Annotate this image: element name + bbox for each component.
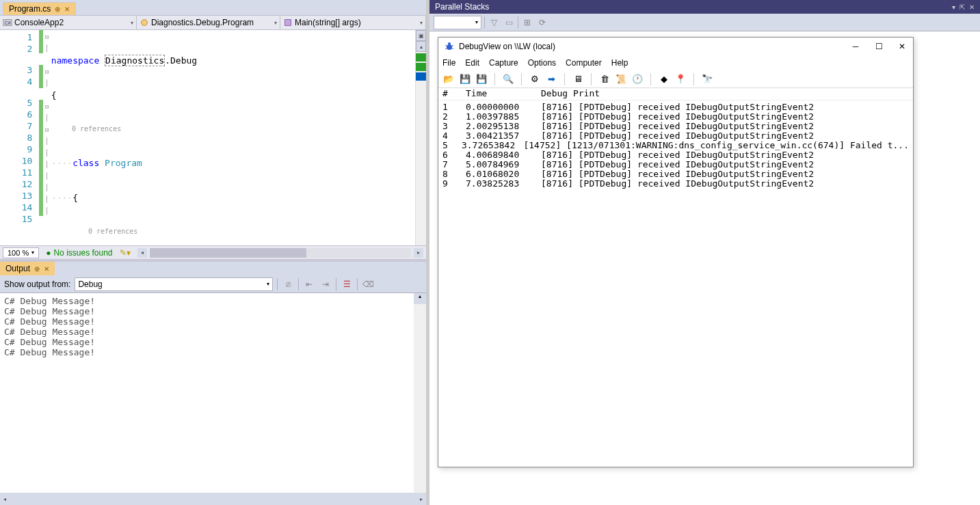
indent-icon[interactable]: ⇤ xyxy=(303,278,315,290)
code-editor[interactable]: 1 2 3 4 5 6 7 8 9 10 11 12 13 14 15 xyxy=(0,30,426,245)
chevron-down-icon: ▾ xyxy=(267,281,269,287)
toggle-wrap-icon[interactable]: ☰ xyxy=(341,278,353,290)
log-row[interactable]: 10.00000000[8716] [PDTDebug] received ID… xyxy=(442,102,909,111)
zoom-selector[interactable]: 100 % ▾ xyxy=(3,247,39,258)
method-icon xyxy=(283,18,293,27)
lightbulb-icon[interactable]: ✎▾ xyxy=(120,248,131,258)
search-icon[interactable]: 🔍 xyxy=(502,73,514,85)
csharp-project-icon: C# xyxy=(3,18,12,27)
menu-computer[interactable]: Computer xyxy=(566,58,602,68)
code-content[interactable]: namespace Diagnostics.Debug { 0 referenc… xyxy=(51,30,415,245)
toggle-method-icon[interactable]: ▭ xyxy=(503,16,515,29)
col-header-print[interactable]: Debug Print xyxy=(541,88,909,100)
highlight-icon[interactable]: 📍 xyxy=(674,73,687,85)
menu-file[interactable]: File xyxy=(442,58,455,68)
debugview-title-text: DebugView on \\LW (local) xyxy=(459,42,555,51)
editor-tab-bar: Program.cs ⊕ ✕ xyxy=(0,0,426,15)
pin-icon[interactable]: ⇱ xyxy=(959,3,965,11)
log-row[interactable]: 43.00421357[8716] [PDTDebug] received ID… xyxy=(442,131,909,140)
split-button[interactable]: ▣ xyxy=(416,30,426,41)
output-from-label: Show output from: xyxy=(4,279,70,289)
chevron-down-icon: ▾ xyxy=(475,19,478,25)
parallel-stacks-title: Parallel Stacks ▾ ⇱ ✕ xyxy=(429,0,980,14)
svg-rect-3 xyxy=(285,20,291,26)
log-row[interactable]: 53.72653842[14752] [1213/071301:WARNING:… xyxy=(442,140,909,150)
code-nav-bar: C# ConsoleApp2 ▾ Diagnostics.Debug.Progr… xyxy=(0,15,426,30)
nav-project[interactable]: C# ConsoleApp2 ▾ xyxy=(0,16,137,29)
scroll-left-button[interactable]: ◂ xyxy=(0,494,10,504)
output-source-selector[interactable]: Debug ▾ xyxy=(75,277,273,291)
log-row[interactable]: 32.00295138[8716] [PDTDebug] received ID… xyxy=(442,121,909,131)
close-icon[interactable]: ✕ xyxy=(969,3,975,11)
log-row[interactable]: 86.01068020[8716] [PDTDebug] received ID… xyxy=(442,169,909,178)
auto-scroll-icon[interactable]: ⟳ xyxy=(536,16,548,29)
line-number-gutter: 1 2 3 4 5 6 7 8 9 10 11 12 13 14 15 xyxy=(0,30,39,245)
close-icon[interactable]: ✕ xyxy=(44,265,49,273)
output-horizontal-scrollbar[interactable]: ◂ ▸ xyxy=(0,493,426,505)
clear-all-icon[interactable]: ⌫ xyxy=(362,278,374,290)
output-vertical-scrollbar[interactable]: ▴ xyxy=(414,293,426,493)
find-icon[interactable]: 🔭 xyxy=(701,73,713,85)
minimize-button[interactable]: ─ xyxy=(850,41,861,52)
tab-output[interactable]: Output ⊕ ✕ xyxy=(0,262,55,275)
ps-view-selector[interactable]: ▾ xyxy=(434,16,481,29)
parallel-stacks-body[interactable]: DebugView on \\LW (local) ─ ☐ ✕ File Edi… xyxy=(429,31,980,505)
output-text[interactable]: C# Debug Message! C# Debug Message! C# D… xyxy=(0,293,414,493)
filter-icon[interactable]: ▽ xyxy=(488,16,500,29)
col-header-time[interactable]: Time xyxy=(466,88,541,100)
capture-icon[interactable]: ⚙ xyxy=(529,73,541,85)
filter-icon[interactable]: ◆ xyxy=(658,73,670,85)
tab-program-cs[interactable]: Program.cs ⊕ ✕ xyxy=(3,2,76,15)
log-row[interactable]: 97.03825283[8716] [PDTDebug] received ID… xyxy=(442,178,909,188)
parallel-stacks-toolbar: ▾ ▽ ▭ ⊞ ⟳ xyxy=(429,14,980,31)
close-button[interactable]: ✕ xyxy=(897,41,908,52)
clock-icon[interactable]: 🕐 xyxy=(631,73,644,85)
save-as-icon[interactable]: 💾 xyxy=(475,73,488,85)
svg-text:C#: C# xyxy=(5,21,11,25)
clear-icon[interactable]: ⎚ xyxy=(282,278,294,290)
output-tab-bar: Output ⊕ ✕ xyxy=(0,262,426,275)
computer-icon[interactable]: 🖥 xyxy=(572,73,584,85)
debugview-column-headers[interactable]: # Time Debug Print xyxy=(438,88,913,100)
editor-status-bar: 100 % ▾ ● No issues found ✎▾ ◂ ▸ xyxy=(0,245,426,259)
log-row[interactable]: 64.00689840[8716] [PDTDebug] received ID… xyxy=(442,150,909,159)
debugview-window: DebugView on \\LW (local) ─ ☐ ✕ File Edi… xyxy=(438,37,914,467)
scroll-right-button[interactable]: ▸ xyxy=(414,248,423,258)
menu-capture[interactable]: Capture xyxy=(489,58,518,68)
editor-horizontal-scrollbar[interactable]: ◂ ▸ xyxy=(137,248,423,258)
debugview-titlebar[interactable]: DebugView on \\LW (local) ─ ☐ ✕ xyxy=(438,38,913,55)
zoom-icon[interactable]: ⊞ xyxy=(521,16,533,29)
menu-edit[interactable]: Edit xyxy=(465,58,479,68)
chevron-down-icon: ▾ xyxy=(131,20,133,26)
close-icon[interactable]: ✕ xyxy=(64,5,70,13)
dropdown-icon[interactable]: ▾ xyxy=(952,3,955,11)
log-row[interactable]: 75.00784969[8716] [PDTDebug] received ID… xyxy=(442,159,909,169)
svg-point-2 xyxy=(142,20,148,26)
forward-icon[interactable]: ➡ xyxy=(545,73,557,85)
debugview-log-body[interactable]: 10.00000000[8716] [PDTDebug] received ID… xyxy=(438,100,913,467)
autoscroll-icon[interactable]: 📜 xyxy=(615,73,627,85)
clear-icon[interactable]: 🗑 xyxy=(598,73,611,85)
svg-point-4 xyxy=(447,44,452,50)
menu-help[interactable]: Help xyxy=(611,58,628,68)
nav-member[interactable]: Main(string[] args) ▾ xyxy=(280,16,426,29)
nav-namespace[interactable]: Diagnostics.Debug.Program ▾ xyxy=(137,16,280,29)
fold-column[interactable]: ⊟│⊟│ ⊟│⊟│││ ││││ xyxy=(43,30,51,245)
col-header-number[interactable]: # xyxy=(442,88,466,100)
open-icon[interactable]: 📂 xyxy=(442,73,455,85)
pin-icon[interactable]: ⊕ xyxy=(34,265,40,273)
maximize-button[interactable]: ☐ xyxy=(873,41,884,52)
menu-options[interactable]: Options xyxy=(528,58,556,68)
log-row[interactable]: 21.00397885[8716] [PDTDebug] received ID… xyxy=(442,111,909,121)
check-circle-icon: ● xyxy=(46,248,51,258)
issues-status[interactable]: ● No issues found xyxy=(46,248,112,258)
nav-project-label: ConsoleApp2 xyxy=(14,18,64,27)
scroll-left-button[interactable]: ◂ xyxy=(137,248,147,258)
save-icon[interactable]: 💾 xyxy=(459,73,471,85)
scroll-up-button[interactable]: ▴ xyxy=(416,41,426,52)
debugview-menubar: File Edit Capture Options Computer Help xyxy=(438,55,913,70)
outdent-icon[interactable]: ⇥ xyxy=(319,278,332,290)
scroll-right-button[interactable]: ▸ xyxy=(416,494,426,504)
editor-overview-ruler[interactable]: ▣ ▴ xyxy=(415,30,426,245)
pin-icon[interactable]: ⊕ xyxy=(55,5,60,13)
